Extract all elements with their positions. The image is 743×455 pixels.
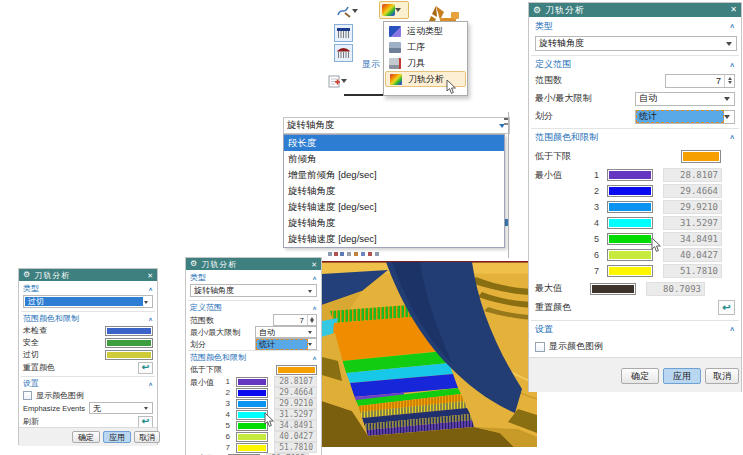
edge-tick: [504, 118, 508, 120]
motion-type-icon: [389, 26, 401, 37]
chevron-up-icon[interactable]: ∧: [729, 326, 735, 333]
range-color-swatch[interactable]: [607, 201, 653, 213]
range-count-field[interactable]: 7: [665, 74, 735, 88]
close-icon[interactable]: ✕: [730, 6, 737, 14]
toolpath-style-button-2[interactable]: [334, 44, 353, 62]
list-item[interactable]: 旋转轴速度 [deg/sec]: [284, 231, 504, 247]
range-color-swatch[interactable]: [236, 443, 268, 453]
reset-colors-button[interactable]: ↩: [718, 300, 735, 315]
list-item[interactable]: 前倾角: [284, 151, 504, 167]
range-color-swatch[interactable]: [607, 185, 653, 197]
status-color-swatch[interactable]: [105, 326, 153, 336]
toolpath-analysis-dialog-right: ⚙ 刀轨分析 ✕ 类型 ∧ 旋转轴角度 定义范围 ∧ 范围数 7 最小/最大限制…: [528, 2, 742, 392]
type-dropdown[interactable]: 旋转轴角度: [535, 36, 737, 51]
list-item[interactable]: 增量前倾角 [deg/sec]: [284, 167, 504, 183]
dropdown-arrow-icon[interactable]: [352, 9, 358, 16]
status-color-swatch[interactable]: [105, 338, 153, 348]
range-color-swatch[interactable]: [236, 388, 268, 398]
legend-checkbox[interactable]: [23, 391, 32, 400]
range-color-swatch[interactable]: [607, 217, 653, 229]
below-lower-color-swatch[interactable]: [276, 365, 317, 375]
range-color-swatch[interactable]: [236, 432, 268, 442]
page-plus-icon: [328, 75, 341, 88]
range-color-swatch[interactable]: [236, 399, 268, 409]
dropdown-arrow-icon[interactable]: [341, 79, 347, 86]
reset-colors-row: 重置颜色 ↩: [23, 361, 153, 374]
list-item[interactable]: 旋转轴速度 [deg/sec]: [284, 199, 504, 215]
chevron-up-icon[interactable]: ∧: [148, 285, 153, 291]
toolpath-analysis-menu-button[interactable]: [379, 1, 409, 19]
menu-item-operation[interactable]: 工序: [385, 39, 466, 55]
mouse-cursor: [264, 413, 275, 428]
selection-filter-button[interactable]: [328, 73, 352, 89]
operation-icon: [389, 42, 401, 53]
chevron-up-icon[interactable]: ∧: [729, 61, 735, 68]
list-item[interactable]: 旋转轴角度: [284, 215, 504, 231]
mouse-cursor: [446, 80, 457, 95]
menu-item-motion-type[interactable]: 运动类型: [385, 23, 466, 39]
chevron-up-icon[interactable]: ∧: [312, 274, 317, 280]
emphasize-row: Emphasize Events 无: [23, 402, 153, 414]
reset-colors-button[interactable]: ↩: [138, 362, 153, 374]
cancel-button[interactable]: 取消: [134, 431, 160, 443]
division-row: 划分 统计: [535, 109, 735, 124]
menu-item-tool[interactable]: 刀具: [385, 55, 466, 71]
refresh-button[interactable]: ↩: [138, 416, 153, 428]
close-icon[interactable]: ✕: [147, 272, 153, 279]
type-dropdown[interactable]: 旋转轴角度: [190, 284, 317, 297]
dropdown-arrow-icon[interactable]: [395, 8, 401, 15]
list-item[interactable]: 旋转轴角度: [284, 183, 504, 199]
ok-button[interactable]: 确定: [72, 431, 100, 443]
range-row: 3 29.9210: [535, 199, 735, 214]
chevron-up-icon[interactable]: ∧: [148, 315, 153, 321]
tool-icon: [389, 58, 401, 69]
close-icon[interactable]: ✕: [311, 261, 317, 268]
range-count-row: 范围数 7: [535, 73, 735, 88]
below-lower-color-swatch[interactable]: [681, 150, 721, 163]
division-dropdown[interactable]: 统计: [635, 110, 735, 124]
emphasize-dropdown[interactable]: 无: [89, 402, 153, 414]
reset-colors-row: 重置颜色 ↩: [535, 300, 735, 315]
dialog-titlebar[interactable]: ⚙ 刀轨分析 ✕: [19, 269, 157, 281]
max-color-swatch[interactable]: [590, 283, 636, 295]
range-color-swatch[interactable]: [236, 377, 268, 387]
chevron-up-icon[interactable]: ∧: [312, 304, 317, 310]
type-dropdown[interactable]: 过切: [23, 295, 153, 308]
analysis-type-combobox[interactable]: 旋转轴角度: [283, 117, 510, 134]
range-row: 6 40.0427: [535, 247, 735, 262]
range-color-swatch[interactable]: [607, 265, 653, 277]
section-define-range: 定义范围 ∧: [535, 58, 735, 71]
chevron-up-icon[interactable]: ∧: [312, 354, 317, 360]
minmax-dropdown[interactable]: 自动: [255, 326, 317, 338]
toolpath-display-button[interactable]: [336, 2, 374, 19]
toolpath-analysis-dialog-middle: ⚙ 刀轨分析 ✕ 类型 ∧ 旋转轴角度 定义范围 ∧ 范围数 7 最小/最大限制…: [185, 257, 322, 455]
range-color-swatch[interactable]: [607, 233, 653, 245]
range-count-field[interactable]: 7: [273, 314, 317, 326]
display-label: 显示: [362, 58, 380, 71]
spinner-control[interactable]: [724, 75, 734, 87]
cancel-button[interactable]: 取消: [705, 368, 739, 384]
apply-button[interactable]: 应用: [663, 368, 701, 384]
range-row: 4 31.5297: [535, 215, 735, 230]
range-color-swatch[interactable]: [607, 249, 653, 261]
list-item[interactable]: 段长度: [284, 135, 504, 151]
range-color-swatch[interactable]: [607, 169, 653, 181]
division-dropdown[interactable]: 统计: [255, 338, 317, 350]
toolpath-style-button-1[interactable]: [334, 24, 353, 42]
apply-button[interactable]: 应用: [103, 431, 131, 443]
dialog-titlebar[interactable]: ⚙ 刀轨分析 ✕: [529, 3, 741, 17]
ok-button[interactable]: 确定: [621, 368, 659, 384]
legend-checkbox[interactable]: [535, 342, 545, 352]
minmax-dropdown[interactable]: 自动: [635, 92, 735, 106]
dialog-titlebar[interactable]: ⚙ 刀轨分析 ✕: [186, 258, 321, 270]
chevron-up-icon[interactable]: ∧: [148, 380, 153, 386]
range-row: 7 51.7810: [535, 263, 735, 278]
window-edge-line: [508, 112, 509, 258]
spinner-control[interactable]: [307, 315, 316, 325]
screenshot-canvas: 显示 运动类型 工序 刀具 刀轨分析 旋转轴角度: [0, 0, 743, 455]
chevron-up-icon[interactable]: ∧: [729, 134, 735, 141]
status-color-swatch[interactable]: [105, 350, 153, 360]
chevron-up-icon[interactable]: ∧: [729, 23, 735, 30]
toolpath-analysis-icon: [390, 74, 402, 85]
viewport-3d[interactable]: [322, 261, 537, 447]
